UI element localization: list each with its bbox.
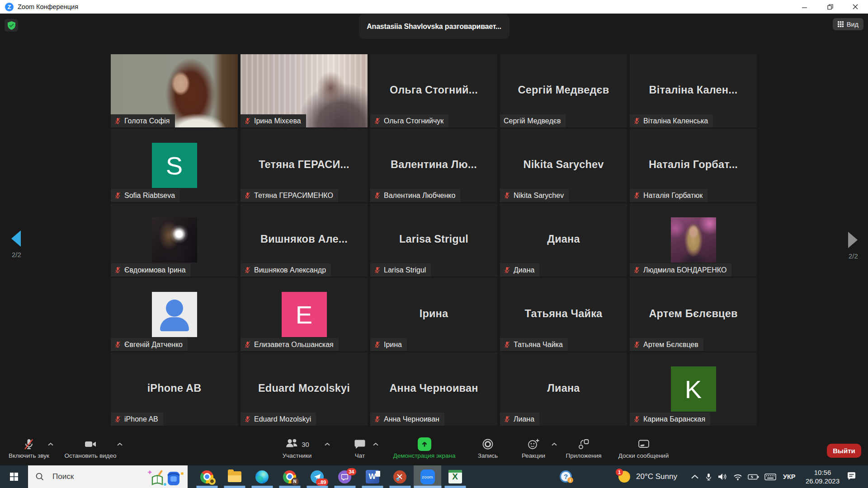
tray-mic-icon[interactable] bbox=[705, 473, 712, 481]
participant-name-tag: Артем Бєлєвцев bbox=[630, 338, 703, 351]
taskbar-search[interactable]: Поиск bbox=[28, 465, 188, 488]
participant-tile[interactable]: Артем Бєлєвцев Артем Бєлєвцев bbox=[630, 278, 757, 351]
tray-clock[interactable]: 10:5626.09.2023 bbox=[801, 468, 844, 485]
chat-chevron[interactable] bbox=[371, 442, 380, 446]
meeting-area: Anastasiia Shavlovska разговаривает... В… bbox=[0, 14, 868, 465]
participant-tile[interactable]: S Sofia Riabtseva bbox=[111, 129, 238, 202]
restore-button[interactable] bbox=[817, 0, 843, 14]
reactions-chevron[interactable] bbox=[550, 442, 559, 446]
participant-name-label: Артем Бєлєвцев bbox=[643, 341, 698, 349]
meeting-toolbar: Включить звук Остановить видео 30 Участн… bbox=[0, 432, 868, 465]
mic-muted-icon bbox=[633, 267, 640, 273]
participant-tile[interactable]: Валентина Лю... Валентина Любченко bbox=[370, 129, 497, 202]
participant-tile[interactable]: Ірина Міхєева bbox=[241, 54, 368, 127]
reactions-icon bbox=[527, 437, 540, 451]
participant-tile[interactable]: Людмила БОНДАРЕНКО bbox=[630, 203, 757, 277]
speaking-toast: Anastasiia Shavlovska разговаривает... bbox=[359, 14, 509, 39]
weather-icon[interactable]: 1 bbox=[618, 471, 630, 483]
participant-tile[interactable]: Наталія Горбат... Наталія Горбатюк bbox=[630, 129, 757, 202]
taskbar-chrome-n[interactable]: N bbox=[276, 465, 303, 488]
participant-name-tag: Eduard Mozolskyi bbox=[241, 413, 316, 426]
security-shield-icon[interactable] bbox=[5, 19, 18, 32]
unmute-button[interactable]: Включить звук bbox=[6, 432, 52, 459]
stop-video-button[interactable]: Остановить видео bbox=[61, 432, 120, 459]
weather-text[interactable]: 20°C Sunny bbox=[636, 472, 677, 481]
notification-center-icon[interactable] bbox=[847, 471, 857, 482]
participant-tile[interactable]: Анна Черноиван Анна Черноиван bbox=[370, 352, 497, 426]
participant-tile[interactable]: Євгеній Датченко bbox=[111, 278, 238, 351]
mic-muted-toolbar-icon bbox=[23, 437, 35, 451]
window-titlebar: Z Zoom Конференция bbox=[0, 0, 868, 14]
apps-button[interactable]: Приложения bbox=[559, 432, 609, 459]
minimize-button[interactable] bbox=[792, 0, 817, 14]
tray-date: 26.09.2023 bbox=[801, 477, 844, 485]
participant-tile[interactable]: E Елизавета Ольшанская bbox=[241, 278, 368, 351]
whiteboard-button[interactable]: Доски сообщений bbox=[609, 432, 679, 459]
participant-tile[interactable]: Larisa Strigul Larisa Strigul bbox=[370, 203, 497, 277]
start-button[interactable] bbox=[0, 465, 28, 488]
reactions-button[interactable]: Реакции bbox=[515, 432, 552, 459]
taskbar-file-explorer[interactable] bbox=[221, 465, 248, 488]
view-button[interactable]: Вид bbox=[833, 18, 863, 30]
tray-keyboard-icon[interactable] bbox=[764, 474, 776, 480]
avatar-head bbox=[166, 300, 183, 317]
search-icon bbox=[35, 472, 44, 481]
participant-tile[interactable]: Ірина Ірина bbox=[370, 278, 497, 351]
participant-name-label: Nikita Sarychev bbox=[514, 192, 564, 200]
participant-tile[interactable]: K Карина Баранская bbox=[630, 352, 757, 426]
tray-network-icon[interactable] bbox=[733, 474, 742, 480]
taskbar-zoom[interactable]: zoom bbox=[414, 465, 441, 488]
participant-name-tag: Анна Черноиван bbox=[370, 413, 444, 426]
tray-language[interactable]: УКР bbox=[783, 473, 796, 480]
participant-name-tag: Ірина Міхєева bbox=[241, 114, 306, 127]
close-button[interactable] bbox=[843, 0, 868, 14]
participant-tile[interactable]: Диана Диана bbox=[500, 203, 627, 277]
taskbar-viber[interactable]: 34 bbox=[331, 465, 359, 488]
taskbar-boom[interactable] bbox=[386, 465, 414, 488]
participant-tile[interactable]: Ольга Стогний... Ольга Стогнийчук bbox=[370, 54, 497, 127]
participants-button[interactable]: 30 Участники bbox=[271, 432, 323, 459]
taskbar-edge[interactable] bbox=[248, 465, 276, 488]
taskbar-help[interactable]: ?i bbox=[560, 470, 572, 483]
participant-tile[interactable]: Віталіна Кален... Віталіна Каленська bbox=[630, 54, 757, 127]
participants-chevron[interactable] bbox=[323, 442, 332, 446]
tray-battery-icon[interactable] bbox=[748, 474, 759, 480]
participant-tile[interactable]: iPhone AB iPhone AB bbox=[111, 352, 238, 426]
mic-muted-icon bbox=[504, 341, 510, 348]
tray-time: 10:56 bbox=[801, 468, 844, 477]
participant-tile[interactable]: Тетяна ГЕРАСИ... Тетяна ГЕРАСИМЕНКО bbox=[241, 129, 368, 202]
participant-name-label: Наталія Горбатюк bbox=[643, 192, 703, 200]
share-screen-button[interactable]: Демонстрация экрана bbox=[382, 432, 466, 459]
participant-name-label: Людмила БОНДАРЕНКО bbox=[643, 266, 726, 274]
mic-muted-icon bbox=[244, 341, 251, 348]
leave-button[interactable]: Выйти bbox=[827, 444, 861, 458]
participant-name-tag: Sofia Riabtseva bbox=[111, 189, 180, 202]
video-options-chevron[interactable] bbox=[115, 442, 124, 446]
taskbar-excel[interactable]: X bbox=[441, 465, 469, 488]
taskbar-word[interactable]: W bbox=[359, 465, 386, 488]
tray-expand-chevron[interactable] bbox=[691, 474, 699, 479]
participant-tile[interactable]: Сергій Медведєв Сергій Медведєв bbox=[500, 54, 627, 127]
participant-grid: Голота Софія Ірина Міхєева Ольга Стогний… bbox=[111, 54, 757, 426]
mic-muted-icon bbox=[633, 416, 640, 422]
participant-tile[interactable]: Eduard Mozolskyi Eduard Mozolskyi bbox=[241, 352, 368, 426]
participant-tile[interactable]: Татьяна Чайка Татьяна Чайка bbox=[500, 278, 627, 351]
mic-muted-icon bbox=[114, 117, 121, 124]
record-button[interactable]: Запись bbox=[470, 432, 506, 459]
participant-tile[interactable]: Євдокимова Ірина bbox=[111, 203, 238, 277]
next-page-arrow[interactable] bbox=[848, 232, 858, 248]
taskbar-telegram[interactable]: ..89 bbox=[303, 465, 331, 488]
chat-button[interactable]: Чат bbox=[349, 432, 371, 459]
participant-center-name: Диана bbox=[500, 233, 627, 245]
tray-volume-icon[interactable] bbox=[718, 473, 728, 480]
participant-name-label: Віталіна Каленська bbox=[643, 117, 708, 125]
participant-tile[interactable]: Nikita Sarychev Nikita Sarychev bbox=[500, 129, 627, 202]
participant-tile[interactable]: Лиана Лиана bbox=[500, 352, 627, 426]
participant-name-tag: Nikita Sarychev bbox=[500, 189, 569, 202]
taskbar-chrome-profile[interactable] bbox=[193, 465, 221, 488]
prev-page-arrow[interactable] bbox=[11, 230, 21, 247]
search-placeholder: Поиск bbox=[52, 472, 74, 481]
mute-options-chevron[interactable] bbox=[46, 442, 55, 446]
participant-tile[interactable]: Вишняков Але... Вишняков Александр bbox=[241, 203, 368, 277]
participant-tile[interactable]: Голота Софія bbox=[111, 54, 238, 127]
